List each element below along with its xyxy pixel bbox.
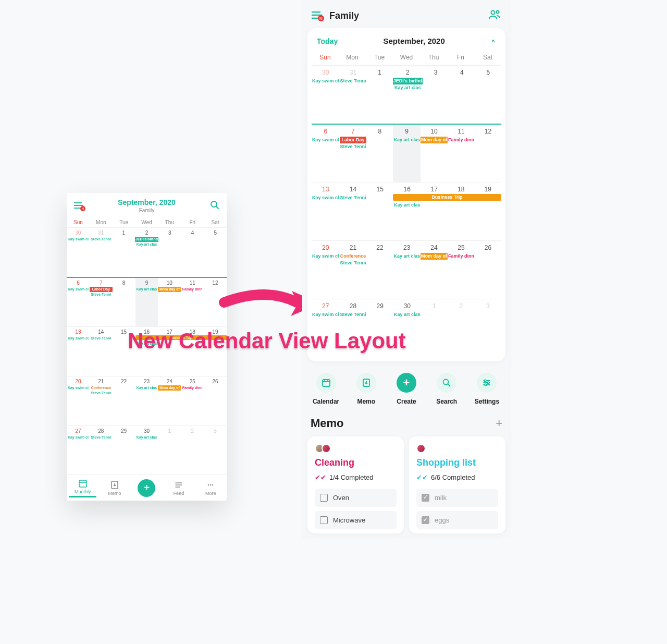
- action-calendar[interactable]: Calendar: [307, 373, 344, 405]
- calendar-day[interactable]: 24Mom day of: [158, 376, 181, 426]
- calendar-day[interactable]: 25Family dinn: [181, 376, 204, 426]
- calendar-day[interactable]: 3: [423, 66, 449, 124]
- memo-item[interactable]: eggs: [416, 511, 498, 529]
- calendar-day[interactable]: 2: [181, 426, 204, 475]
- calendar-day[interactable]: 2: [448, 299, 475, 357]
- calendar-day[interactable]: 23Kay art clas: [393, 241, 421, 299]
- calendar-day-selected[interactable]: 9Kay art clas: [135, 278, 158, 326]
- calendar-day[interactable]: 22: [113, 376, 135, 426]
- page-title: Family: [329, 10, 481, 21]
- memo-item[interactable]: Microwave: [315, 511, 397, 529]
- calendar-day[interactable]: 26: [475, 241, 501, 299]
- plus-icon: +: [397, 373, 416, 393]
- tab-create[interactable]: +: [131, 479, 163, 497]
- calendar-day[interactable]: 3: [474, 299, 501, 357]
- menu-icon[interactable]: N: [74, 202, 83, 210]
- today-button[interactable]: Today: [317, 37, 338, 45]
- calendar-day[interactable]: 7Labor DaySteve Tenni: [340, 125, 367, 182]
- people-icon[interactable]: [489, 9, 501, 22]
- calendar-day[interactable]: 6Kay swim cl: [312, 125, 340, 182]
- calendar-day[interactable]: 17: [421, 183, 448, 240]
- calendar-day[interactable]: 13Kay swim cl: [312, 183, 340, 240]
- checkbox-icon[interactable]: [422, 516, 429, 524]
- avatar-group: [315, 444, 397, 453]
- calendar-day[interactable]: 12: [475, 125, 501, 182]
- action-create[interactable]: + Create: [388, 373, 425, 405]
- calendar-day[interactable]: 19: [474, 183, 501, 240]
- add-memo-button[interactable]: +: [496, 417, 502, 430]
- calendar-day[interactable]: 26: [204, 376, 227, 426]
- calendar-day[interactable]: 1: [421, 299, 448, 357]
- memo-card-cleaning[interactable]: Cleaning ✔✔1/4 Completed Oven Microwave: [307, 436, 404, 533]
- calendar-day[interactable]: 30Kay swim cl: [312, 66, 340, 124]
- memo-item[interactable]: Oven: [315, 489, 397, 507]
- svg-point-3: [208, 484, 209, 485]
- action-memo[interactable]: Memo: [348, 373, 385, 405]
- calendar-day[interactable]: 2JEDI's birthdKay art clas: [135, 228, 158, 277]
- calendar-day[interactable]: 25Family dinn: [448, 241, 475, 299]
- calendar-day[interactable]: 20Kay swim cl: [67, 376, 90, 426]
- calendar-day[interactable]: 24Mom day of: [421, 241, 448, 299]
- calendar-day[interactable]: 15: [366, 183, 393, 240]
- calendar-day[interactable]: 4: [181, 228, 204, 277]
- calendar-day[interactable]: 31Steve Tenni: [90, 228, 113, 277]
- calendar-day[interactable]: 8: [366, 125, 393, 182]
- calendar-day[interactable]: 13Kay swim cl: [67, 327, 90, 376]
- calendar-day[interactable]: 1: [366, 66, 392, 124]
- calendar-day[interactable]: 3: [204, 426, 227, 475]
- calendar-day[interactable]: 14Steve Tenni: [90, 327, 113, 376]
- checkbox-icon[interactable]: [320, 516, 328, 524]
- calendar-day[interactable]: 21ConferenceSteve Tenni: [340, 241, 367, 299]
- calendar-day-selected[interactable]: 9Kay art clas: [393, 125, 421, 182]
- check-all-icon: ✔✔: [315, 473, 326, 481]
- avatar: [322, 444, 331, 453]
- calendar-day[interactable]: 28Steve Tenni: [90, 426, 113, 475]
- menu-icon[interactable]: N: [312, 11, 322, 20]
- search-icon[interactable]: [210, 200, 219, 212]
- calendar-day[interactable]: 16Kay art clas: [393, 183, 421, 240]
- calendar-day[interactable]: 14Steve Tenni: [340, 183, 367, 240]
- calendar-day[interactable]: 11Family dinn: [448, 125, 475, 182]
- checkbox-icon[interactable]: [422, 494, 429, 502]
- calendar-day[interactable]: 7Labor DaySteve Tenni: [90, 278, 113, 326]
- svg-point-7: [497, 11, 499, 14]
- tab-more[interactable]: More: [195, 480, 227, 496]
- svg-point-6: [491, 11, 495, 15]
- tab-memo[interactable]: Memo: [98, 480, 130, 496]
- calendar-day[interactable]: 10Mom day of: [158, 278, 181, 326]
- memo-card-shopping[interactable]: Shopping list ✔✔6/6 Completed milk eggs: [409, 436, 505, 533]
- calendar-day[interactable]: 23Kay art clas: [135, 376, 158, 426]
- collapse-icon[interactable]: ⌄⌃: [490, 37, 496, 44]
- calendar-day[interactable]: 10Mom day of: [421, 125, 448, 182]
- calendar-day[interactable]: 2JEDI's birthdKay art clas: [393, 66, 423, 124]
- calendar-day[interactable]: 5: [475, 66, 501, 124]
- plus-icon: +: [138, 479, 155, 497]
- calendar-day[interactable]: 29: [113, 426, 135, 475]
- calendar-day[interactable]: 20Kay swim cl: [312, 241, 340, 299]
- action-settings[interactable]: Settings: [468, 373, 505, 405]
- notif-badge: N: [80, 206, 85, 211]
- calendar-day[interactable]: 1: [112, 228, 135, 277]
- calendar-day[interactable]: 8: [113, 278, 135, 326]
- calendar-day[interactable]: 27Kay swim cl: [67, 426, 90, 475]
- calendar-day[interactable]: 11Family dinn: [181, 278, 204, 326]
- calendar-day[interactable]: 4: [449, 66, 475, 124]
- calendar-day[interactable]: 5: [204, 228, 227, 277]
- calendar-card: Today September, 2020 ⌄⌃ SunMonTueWedThu…: [307, 28, 505, 361]
- calendar-day[interactable]: 31Steve Tenni: [340, 66, 367, 124]
- calendar-day[interactable]: 3: [158, 228, 181, 277]
- checkbox-icon[interactable]: [320, 494, 328, 502]
- calendar-day[interactable]: 1: [158, 426, 181, 475]
- calendar-day[interactable]: 6Kay swim cl: [67, 278, 90, 326]
- calendar-day[interactable]: 30Kay art clas: [135, 426, 158, 475]
- month-label[interactable]: September, 2020: [338, 37, 490, 45]
- tab-monthly[interactable]: Monthly: [67, 479, 98, 497]
- svg-point-5: [212, 484, 214, 485]
- calendar-day[interactable]: 30Kay swim cl: [67, 228, 90, 277]
- memo-item[interactable]: milk: [416, 489, 498, 507]
- tab-feed[interactable]: Feed: [163, 480, 194, 496]
- action-search[interactable]: Search: [428, 373, 465, 405]
- calendar-day[interactable]: 18: [448, 183, 475, 240]
- calendar-day[interactable]: 22: [366, 241, 393, 299]
- calendar-day[interactable]: 21ConferenceSteve Tenni: [90, 376, 113, 426]
